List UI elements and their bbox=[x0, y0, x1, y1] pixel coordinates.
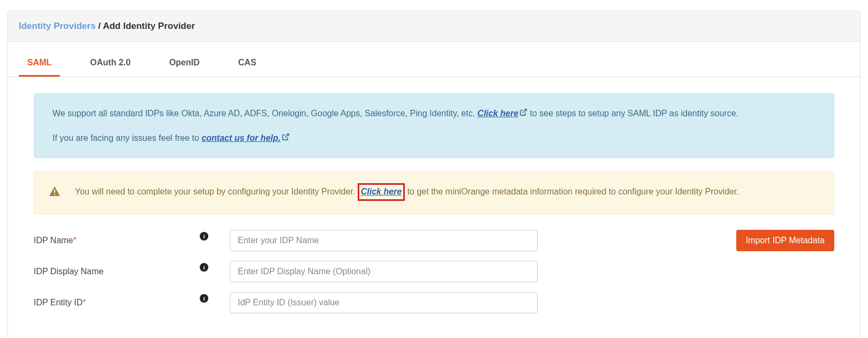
external-link-icon bbox=[282, 131, 290, 145]
link-text: contact us for help. bbox=[201, 131, 281, 145]
required-mark: * bbox=[73, 236, 77, 245]
info-icon[interactable]: i bbox=[200, 232, 208, 241]
tab-openid[interactable]: OpenID bbox=[161, 50, 208, 77]
svg-line-0 bbox=[523, 109, 526, 113]
page-card: Identity Providers / Add Identity Provid… bbox=[7, 11, 861, 338]
warn-text-b: to get the miniOrange metadata informati… bbox=[405, 187, 738, 196]
content-area: We support all standard IDPs like Okta, … bbox=[8, 77, 860, 338]
info-alert: We support all standard IDPs like Okta, … bbox=[34, 93, 834, 158]
idp-entity-input[interactable] bbox=[230, 292, 538, 313]
tab-saml[interactable]: SAML bbox=[19, 50, 60, 77]
import-metadata-button[interactable]: Import IDP Metadata bbox=[736, 230, 834, 251]
info-text-1a: We support all standard IDPs like Okta, … bbox=[52, 109, 478, 118]
breadcrumb: Identity Providers / Add Identity Provid… bbox=[8, 11, 860, 42]
contact-us-link[interactable]: contact us for help. bbox=[201, 131, 290, 145]
click-here-metadata-link[interactable]: Click here bbox=[361, 187, 402, 196]
form-row-idp-display: IDP Display Name i bbox=[34, 261, 834, 282]
info-icon[interactable]: i bbox=[200, 294, 208, 303]
info-text-1b: to see steps to setup any SAML IDP as id… bbox=[530, 109, 739, 118]
breadcrumb-current: Add Identity Provider bbox=[103, 21, 195, 31]
warning-icon bbox=[48, 185, 61, 202]
idp-entity-label: IDP Entity ID* bbox=[34, 298, 200, 307]
info-text-2a: If you are facing any issues feel free t… bbox=[52, 133, 201, 142]
external-link-icon bbox=[519, 107, 527, 121]
idp-name-input[interactable] bbox=[230, 230, 538, 251]
highlight-box: Click here bbox=[358, 183, 405, 201]
svg-line-1 bbox=[285, 133, 289, 137]
breadcrumb-separator: / bbox=[96, 21, 103, 31]
idp-display-label: IDP Display Name bbox=[34, 267, 200, 276]
tab-cas[interactable]: CAS bbox=[230, 50, 265, 77]
warning-alert: You will need to complete your setup by … bbox=[34, 171, 834, 215]
required-mark: * bbox=[82, 298, 86, 307]
idp-name-label: IDP Name* bbox=[34, 236, 200, 245]
breadcrumb-parent-link[interactable]: Identity Providers bbox=[19, 21, 96, 31]
label-text: IDP Name bbox=[34, 236, 73, 245]
warn-text-a: You will need to complete your setup by … bbox=[75, 187, 358, 196]
form-row-idp-name: IDP Name* i bbox=[34, 230, 538, 251]
svg-rect-2 bbox=[54, 190, 55, 193]
tab-oauth[interactable]: OAuth 2.0 bbox=[81, 50, 139, 77]
label-text: IDP Entity ID bbox=[34, 298, 82, 307]
click-here-steps-link[interactable]: Click here bbox=[478, 107, 527, 121]
form-row-idp-entity: IDP Entity ID* i bbox=[34, 292, 834, 313]
link-text: Click here bbox=[478, 107, 518, 121]
warning-text: You will need to complete your setup by … bbox=[75, 183, 739, 201]
tab-bar: SAML OAuth 2.0 OpenID CAS bbox=[8, 50, 860, 77]
idp-display-input[interactable] bbox=[230, 261, 538, 282]
info-icon[interactable]: i bbox=[200, 263, 208, 272]
label-text: IDP Display Name bbox=[34, 267, 103, 276]
svg-rect-3 bbox=[54, 194, 55, 195]
